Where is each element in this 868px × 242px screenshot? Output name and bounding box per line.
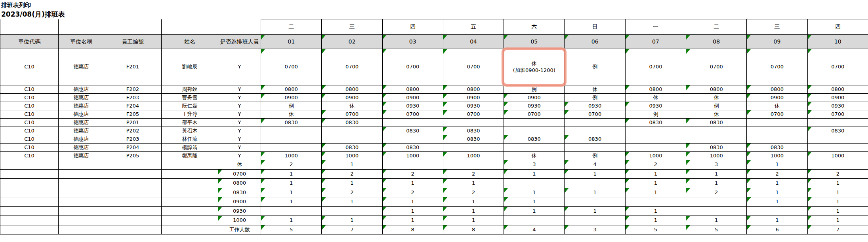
summary-label[interactable]: 0930: [218, 206, 261, 216]
weekday-cell-05[interactable]: 六: [504, 19, 565, 35]
filler-cell[interactable]: [0, 160, 59, 170]
day-number-cell-10[interactable]: 10: [807, 35, 868, 49]
filler-cell[interactable]: [104, 206, 162, 216]
summary-count-day-08[interactable]: [686, 206, 747, 216]
weekday-cell-01[interactable]: 二: [261, 19, 322, 35]
cell-emp-id[interactable]: F202: [104, 85, 162, 94]
day-number-cell-01[interactable]: 01: [261, 35, 322, 49]
weekday-cell-07[interactable]: 一: [625, 19, 686, 35]
filler-cell[interactable]: [59, 216, 104, 225]
summary-count-day-06[interactable]: [565, 216, 625, 225]
cell-schedule-day-07[interactable]: 0930: [625, 102, 686, 110]
column-header-emp-id[interactable]: 員工編號: [104, 35, 162, 49]
filler-cell[interactable]: [104, 225, 162, 234]
cell-schedule-day-02[interactable]: 0700: [322, 49, 382, 85]
cell-schedule-day-08[interactable]: 0830: [686, 119, 747, 127]
cell-schedule-day-09[interactable]: [747, 127, 807, 135]
cell-schedule-day-03[interactable]: 0700: [382, 110, 443, 119]
weekday-cell-09[interactable]: 三: [747, 19, 807, 35]
cell-emp-name[interactable]: 林任流: [162, 135, 218, 144]
cell-schedule-day-04[interactable]: [443, 144, 504, 152]
summary-label[interactable]: 0800: [218, 179, 261, 188]
day-number-cell-08[interactable]: 08: [686, 35, 747, 49]
cell-schedule-day-05[interactable]: 休 (加班0900-1200): [504, 49, 565, 85]
cell-schedule-day-05[interactable]: 休: [504, 152, 565, 160]
filler-cell[interactable]: [162, 19, 218, 35]
cell-schedule-day-02[interactable]: 1000: [322, 152, 382, 160]
cell-schedule-day-03[interactable]: 0830: [382, 127, 443, 135]
cell-schedule-day-07[interactable]: 0700: [625, 49, 686, 85]
cell-schedule-day-09[interactable]: [747, 119, 807, 127]
summary-label[interactable]: 0830: [218, 188, 261, 197]
cell-schedule-day-07[interactable]: 0830: [625, 119, 686, 127]
filler-cell[interactable]: [104, 197, 162, 207]
summary-count-day-01[interactable]: 1: [261, 197, 322, 207]
cell-schedule-day-06[interactable]: 0700: [565, 110, 625, 119]
cell-schedule-day-02[interactable]: 休: [322, 102, 382, 110]
cell-is-scheduled[interactable]: Y: [218, 94, 261, 102]
cell-schedule-day-04[interactable]: 0700: [443, 49, 504, 85]
day-number-cell-06[interactable]: 06: [565, 35, 625, 49]
cell-emp-id[interactable]: F204: [104, 102, 162, 110]
summary-count-day-01[interactable]: 1: [261, 179, 322, 188]
summary-count-day-04[interactable]: 1: [443, 216, 504, 225]
cell-schedule-day-09[interactable]: 0830: [747, 144, 807, 152]
summary-count-day-02[interactable]: [322, 206, 382, 216]
summary-count-day-08[interactable]: 1: [686, 179, 747, 188]
summary-count-day-09[interactable]: 1: [747, 188, 807, 197]
cell-emp-name[interactable]: 曹舟雪: [162, 94, 218, 102]
cell-is-scheduled[interactable]: Y: [218, 85, 261, 94]
cell-schedule-day-09[interactable]: 0900: [747, 94, 807, 102]
cell-schedule-day-01[interactable]: 例: [261, 102, 322, 110]
cell-unit-code[interactable]: C10: [0, 94, 59, 102]
column-header-unit-name[interactable]: 單位名稱: [59, 35, 104, 49]
summary-count-day-10[interactable]: 2: [807, 169, 868, 179]
summary-count-day-10[interactable]: 1: [807, 179, 868, 188]
weekday-cell-06[interactable]: 日: [565, 19, 625, 35]
summary-count-day-02[interactable]: 2: [322, 188, 382, 197]
filler-cell[interactable]: [0, 188, 59, 197]
summary-count-day-02[interactable]: 1: [322, 197, 382, 207]
cell-unit-code[interactable]: C10: [0, 152, 59, 160]
filler-cell[interactable]: [59, 188, 104, 197]
column-header-name[interactable]: 姓名: [162, 35, 218, 49]
cell-schedule-day-02[interactable]: [322, 135, 382, 144]
summary-count-day-10[interactable]: [807, 160, 868, 170]
summary-count-day-04[interactable]: [443, 160, 504, 170]
cell-is-scheduled[interactable]: Y: [218, 135, 261, 144]
filler-cell[interactable]: [104, 216, 162, 225]
cell-emp-id[interactable]: P201: [104, 119, 162, 127]
summary-count-day-07[interactable]: [625, 197, 686, 207]
filler-cell[interactable]: [218, 19, 261, 35]
summary-count-day-07[interactable]: 1: [625, 188, 686, 197]
cell-schedule-day-03[interactable]: 0930: [382, 102, 443, 110]
summary-count-day-05[interactable]: 1: [504, 188, 565, 197]
cell-schedule-day-05[interactable]: 0830: [504, 135, 565, 144]
summary-count-day-05[interactable]: 3: [504, 160, 565, 170]
day-number-cell-05[interactable]: 05: [504, 35, 565, 49]
cell-is-scheduled[interactable]: Y: [218, 119, 261, 127]
cell-schedule-day-06[interactable]: 例: [565, 152, 625, 160]
filler-cell[interactable]: [59, 225, 104, 234]
summary-count-day-08[interactable]: 3: [686, 160, 747, 170]
weekday-cell-02[interactable]: 三: [322, 19, 382, 35]
cell-schedule-day-08[interactable]: 0800: [686, 85, 747, 94]
cell-unit-name[interactable]: 德惠店: [59, 94, 104, 102]
cell-emp-id[interactable]: F203: [104, 94, 162, 102]
cell-unit-name[interactable]: 德惠店: [59, 85, 104, 94]
cell-schedule-day-02[interactable]: 0800: [322, 85, 382, 94]
summary-count-day-08[interactable]: 1: [686, 216, 747, 225]
cell-schedule-day-05[interactable]: 0900: [504, 94, 565, 102]
summary-count-day-09[interactable]: [747, 206, 807, 216]
weekday-cell-10[interactable]: 四: [807, 19, 868, 35]
filler-cell[interactable]: [162, 216, 218, 225]
cell-schedule-day-01[interactable]: 1000: [261, 152, 322, 160]
cell-schedule-day-09[interactable]: 0700: [747, 110, 807, 119]
cell-schedule-day-10[interactable]: [807, 144, 868, 152]
summary-count-day-05[interactable]: 1: [504, 206, 565, 216]
cell-schedule-day-08[interactable]: 例: [686, 102, 747, 110]
cell-schedule-day-03[interactable]: 0900: [382, 94, 443, 102]
cell-schedule-day-07[interactable]: [625, 127, 686, 135]
cell-schedule-day-05[interactable]: 0700: [504, 110, 565, 119]
cell-schedule-day-10[interactable]: 0800: [807, 85, 868, 94]
